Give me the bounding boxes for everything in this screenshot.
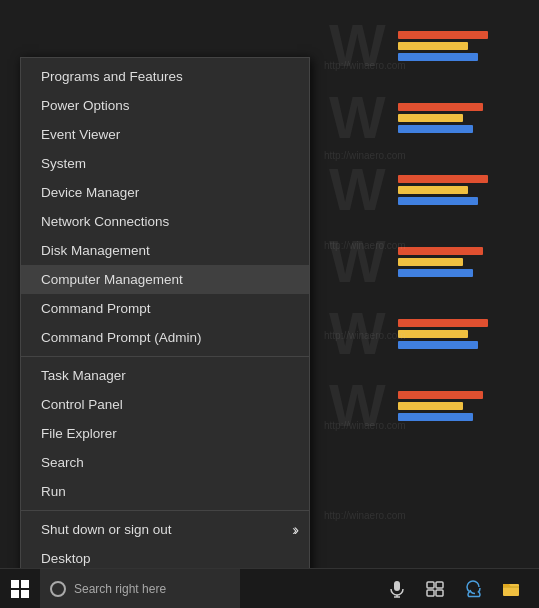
menu-item-search[interactable]: Search [21,448,309,477]
menu-item-disk-management[interactable]: Disk Management [21,236,309,265]
menu-item-task-manager[interactable]: Task Manager [21,361,309,390]
menu-item-file-explorer[interactable]: File Explorer [21,419,309,448]
menu-item-programs-features[interactable]: Programs and Features [21,62,309,91]
taskbar: Search right here [0,568,539,608]
svg-rect-4 [436,582,443,588]
svg-rect-5 [427,590,434,596]
svg-rect-6 [436,590,443,596]
start-button[interactable] [0,569,40,609]
menu-item-network-connections[interactable]: Network Connections [21,207,309,236]
menu-item-system[interactable]: System [21,149,309,178]
svg-rect-3 [427,582,434,588]
menu-item-computer-management[interactable]: Computer Management [21,265,309,294]
submenu-arrow-icon: › [292,522,297,538]
menu-item-command-prompt-admin[interactable]: Command Prompt (Admin) [21,323,309,352]
windows-logo-icon [11,580,29,598]
menu-item-run[interactable]: Run [21,477,309,506]
search-circle-icon [50,581,66,597]
edge-icon[interactable] [455,571,491,607]
menu-item-shutdown[interactable]: Shut down or sign out › [21,515,309,544]
file-explorer-icon[interactable] [493,571,529,607]
context-menu: Programs and Features Power Options Even… [20,57,310,578]
menu-item-event-viewer[interactable]: Event Viewer [21,120,309,149]
search-placeholder-text: Search right here [74,582,166,596]
separator-2 [21,510,309,511]
menu-item-command-prompt[interactable]: Command Prompt [21,294,309,323]
menu-item-control-panel[interactable]: Control Panel [21,390,309,419]
microphone-icon[interactable] [379,571,415,607]
separator-1 [21,356,309,357]
menu-item-device-manager[interactable]: Device Manager [21,178,309,207]
task-view-icon[interactable] [417,571,453,607]
taskbar-search[interactable]: Search right here [40,569,240,608]
menu-item-power-options[interactable]: Power Options [21,91,309,120]
taskbar-system-icons [379,571,529,607]
svg-rect-0 [394,581,400,591]
